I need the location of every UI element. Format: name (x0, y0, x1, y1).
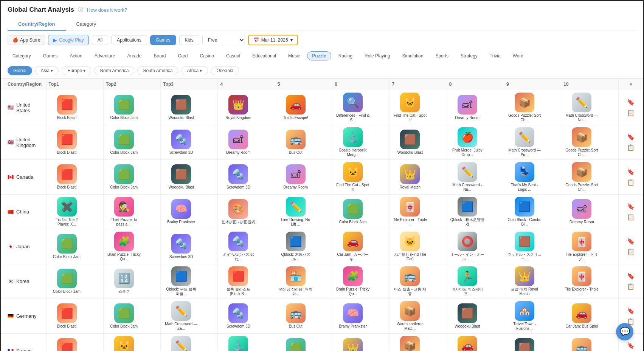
game-cell[interactable]: 🚗 Car Jam: カーパーキ... (332, 229, 390, 264)
game-cell[interactable]: 📦 Goods Puzzle: Sort Ch... (561, 125, 618, 160)
game-cell[interactable]: 🛋 Dreamy Room (447, 90, 504, 125)
applications-filter-button[interactable]: Applications (111, 35, 147, 45)
game-cell[interactable]: 🚌 Bus Out (275, 299, 332, 334)
game-cell[interactable]: 🐱 ねこ探し (Find The Cat) (390, 229, 447, 264)
game-cell[interactable]: 📦 Tri des marchandises : ... (390, 334, 447, 351)
monetization-select[interactable]: Free Paid Top Grossing (202, 35, 245, 45)
game-cell[interactable]: 🚌 Bus Out (275, 125, 332, 160)
game-cell[interactable]: 🧩 Brain Puzzle: Tricky Qu... (103, 229, 160, 264)
bookmark-icon[interactable]: 🔖 (627, 168, 635, 176)
game-cell[interactable]: 👑 Royal Match (332, 334, 390, 351)
category-all[interactable]: Category (8, 51, 36, 60)
game-cell[interactable]: 👑 Royal Kingdom (218, 90, 275, 125)
game-cell[interactable]: 🏪 편의점 정리왕: 매치 마... (275, 264, 332, 299)
bookmark-icon[interactable]: 🔖 (627, 307, 635, 315)
game-cell[interactable]: 🐱 Find The Cat - Spot It! (390, 90, 447, 125)
bookmark-icon[interactable]: 🔖 (627, 272, 635, 280)
report-icon[interactable]: 📋 (627, 213, 635, 221)
game-cell[interactable]: 🟦 Qblock: 우드 블록 퍼플... (161, 264, 218, 299)
game-cell[interactable]: 🟥 Block Blast! (46, 334, 103, 351)
games-filter-button[interactable]: Games (150, 35, 176, 45)
tab-category[interactable]: Category (66, 18, 107, 31)
bookmark-icon[interactable]: 🔖 (627, 98, 635, 107)
game-cell[interactable]: ⚓ Gossip Harbor®: Merg... (332, 125, 390, 160)
game-cell[interactable]: 🚗 Car Jam: Jeux de bus (447, 334, 504, 351)
game-cell[interactable]: 🍎 Fruit Merge: Juicy Drop... (447, 125, 504, 160)
category-board[interactable]: Board (149, 51, 171, 60)
category-adventure[interactable]: Adventure (90, 51, 120, 60)
game-cell[interactable]: 🟥 Block Blast! (46, 299, 103, 334)
bookmark-icon[interactable]: 🔖 (627, 237, 635, 246)
game-cell[interactable]: 🟦 Qblock: 木製パズル... (275, 229, 332, 264)
category-casino[interactable]: Casino (195, 51, 219, 60)
game-cell[interactable]: ⚓ Gossip Harbor : jeu de ... (218, 334, 275, 351)
report-icon[interactable]: 📋 (627, 283, 635, 291)
game-cell[interactable]: 🎨 艺术拼图 - 拼图游戏 (218, 195, 275, 229)
category-racing[interactable]: Racing (334, 51, 357, 60)
game-cell[interactable]: 🟫 Woodoku Blast (447, 299, 504, 334)
game-cell[interactable]: 🧠 Brainy Prankster (161, 195, 218, 229)
game-cell[interactable]: 🟩 Color Block Jam (103, 90, 160, 125)
game-cell[interactable]: 🟦 ColorBlock : Combo Bl... (504, 195, 561, 229)
game-cell[interactable]: 🔍 Differences - Find & S... (332, 90, 390, 125)
google-play-button[interactable]: ▶ Google Play (48, 35, 88, 45)
game-cell[interactable]: 📦 Goods Puzzle: Sort Ch... (561, 160, 618, 195)
game-cell[interactable]: 👑 로얄 매치 Royal Match (504, 264, 561, 299)
game-cell[interactable]: 🚌 버스 탈출 - 교통 체증 (390, 264, 447, 299)
game-cell[interactable]: 🔩 Screwdom 3D (218, 160, 275, 195)
region-europe[interactable]: Europe ▾ (62, 66, 91, 75)
game-cell[interactable]: 🛋 Dreamy Room (275, 160, 332, 195)
tab-country-region[interactable]: Country/Region (8, 18, 66, 31)
game-cell[interactable]: 🟥 블록 블라스트 (Block B... (218, 264, 275, 299)
category-role-playing[interactable]: Role Playing (360, 51, 395, 60)
game-cell[interactable]: 📦 Waren sortieren Matc... (390, 299, 447, 334)
game-cell[interactable]: 🐱 Find The Cat - Spot It! (103, 334, 160, 351)
game-cell[interactable]: ✖️ Tic Tac Toe 2 Player: X... (46, 195, 103, 229)
game-cell[interactable]: 🕵️ Thief Puzzle: to pass a ... (103, 195, 160, 229)
game-cell[interactable]: 🧩 Brain Puzzle: Tricky Qu... (332, 264, 390, 299)
game-cell[interactable]: 🀄 Tile Explorer - トリプ... (561, 229, 618, 264)
region-global[interactable]: Global (8, 66, 32, 75)
how-does-it-work-link[interactable]: How does it work? (87, 7, 127, 13)
game-cell[interactable]: 🟥 Block Blast! (46, 160, 103, 195)
report-icon[interactable]: 📋 (627, 144, 635, 152)
game-cell[interactable]: 🛋 Dreamy Room (561, 195, 618, 229)
kids-filter-button[interactable]: Kids (179, 35, 199, 45)
game-cell[interactable]: 🟩 Color Block Jam (103, 125, 160, 160)
game-cell[interactable]: 🟥 Block Blast! (46, 125, 103, 160)
game-cell[interactable]: ⭕ オール・イン・ホール・... (447, 229, 504, 264)
category-strategy[interactable]: Strategy (456, 51, 483, 60)
game-cell[interactable]: 🟫 Woodoku Blast (390, 125, 447, 160)
game-cell[interactable]: 🟥 Block Blast! (46, 90, 103, 125)
category-simulation[interactable]: Simulation (397, 51, 428, 60)
game-cell[interactable]: 🟩 Color Block Jam (46, 264, 103, 299)
category-games[interactable]: Games (38, 51, 63, 60)
bookmark-icon[interactable]: 🔖 (627, 342, 635, 350)
chat-support-button[interactable]: 💬 (616, 323, 633, 340)
game-cell[interactable]: 🏘️ Travel Town - Fusions... (504, 299, 561, 334)
category-puzzle[interactable]: Puzzle (307, 51, 331, 60)
report-icon[interactable]: 📋 (627, 248, 635, 256)
game-cell[interactable]: 🚗 Car Jam: Bus Spiel (561, 299, 618, 334)
bookmark-icon[interactable]: 🔖 (627, 203, 635, 211)
game-cell[interactable]: 🀄 Tile Explorer - Triple ... (390, 195, 447, 229)
game-cell[interactable]: 🟫 Woodoku Blast (161, 90, 218, 125)
category-card[interactable]: Card (173, 51, 193, 60)
game-cell[interactable]: 👑 Royal Match (390, 160, 447, 195)
category-word[interactable]: Word (508, 51, 528, 60)
game-cell[interactable]: 🟫 ウッドル・スクリュー... (504, 229, 561, 264)
region-oceania[interactable]: Oceania (211, 66, 239, 75)
game-cell[interactable]: 🔩 ポイ活ねじパズル: ね... (218, 229, 275, 264)
game-cell[interactable]: 🔩 Screwdom 3D (161, 125, 218, 160)
game-cell[interactable]: 🀄 Tile Explorer - Triple ... (561, 264, 618, 299)
report-icon[interactable]: 📋 (627, 178, 635, 187)
game-cell[interactable]: ✏️ Math Crossword — Nu... (561, 90, 618, 125)
game-cell[interactable]: 🟫 Woodoku Blast (161, 160, 218, 195)
category-music[interactable]: Music (283, 51, 305, 60)
game-cell[interactable]: 🟩 Color Block Jam (103, 160, 160, 195)
report-icon[interactable]: 📋 (627, 109, 635, 117)
game-cell[interactable]: 🚌 Bus Out (561, 334, 618, 351)
game-cell[interactable]: 🟩 Color Block Jam (275, 334, 332, 351)
all-filter-button[interactable]: All (92, 35, 108, 45)
game-cell[interactable]: ✏️ Math Crossword — Je... (161, 334, 218, 351)
